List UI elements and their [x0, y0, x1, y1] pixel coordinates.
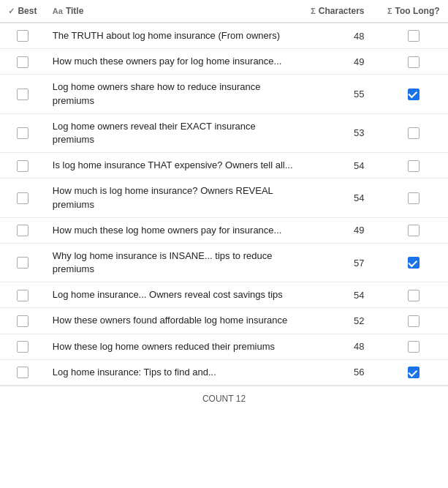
best-cell — [0, 75, 45, 113]
toolong-cell — [379, 113, 449, 152]
results-table: ✓Best AaTitle ΣCharacters ΣToo Long? The… — [0, 0, 448, 386]
title-cell: The TRUTH about log home insurance (From… — [45, 23, 301, 49]
chars-cell: 53 — [301, 113, 379, 152]
toolong-checkbox[interactable] — [408, 127, 419, 139]
aa-icon: Aa — [53, 7, 63, 15]
table-header-row: ✓Best AaTitle ΣCharacters ΣToo Long? — [0, 0, 448, 23]
best-checkbox[interactable] — [17, 30, 29, 42]
best-checkbox[interactable] — [17, 225, 29, 236]
table-row: Log home owners reveal their EXACT insur… — [0, 113, 448, 152]
title-cell: Log home insurance... Owners reveal cost… — [45, 282, 301, 308]
count-value: 12 — [236, 394, 246, 404]
best-cell — [0, 49, 45, 75]
table-row: How much these owners pay for log home i… — [0, 49, 448, 75]
main-table-container: ✓Best AaTitle ΣCharacters ΣToo Long? The… — [0, 0, 448, 411]
toolong-cell — [379, 308, 449, 334]
toolong-cell — [379, 75, 449, 113]
best-checkbox[interactable] — [17, 89, 29, 100]
toolong-checkbox[interactable] — [408, 192, 419, 204]
table-row: Why log home insurance is INSANE... tips… — [0, 243, 448, 282]
col-header-title: AaTitle — [45, 0, 301, 23]
table-row: Log home owners share how to reduce insu… — [0, 75, 448, 113]
title-cell: Log home owners share how to reduce insu… — [45, 75, 301, 113]
table-row: How these owners found affordable log ho… — [0, 308, 448, 334]
toolong-checkbox[interactable] — [408, 367, 419, 378]
best-checkbox[interactable] — [17, 192, 29, 204]
best-cell — [0, 179, 45, 217]
chars-cell: 49 — [301, 49, 379, 75]
toolong-checkbox[interactable] — [408, 257, 419, 269]
chars-cell: 48 — [301, 334, 379, 359]
toolong-checkbox[interactable] — [408, 315, 419, 327]
best-checkbox[interactable] — [17, 257, 29, 269]
best-checkbox[interactable] — [17, 341, 29, 353]
title-cell: How these log home owners reduced their … — [45, 334, 301, 359]
col-header-toolong: ΣToo Long? — [379, 0, 449, 23]
best-checkbox[interactable] — [17, 56, 29, 68]
best-cell — [0, 359, 45, 385]
checkmark-icon: ✓ — [8, 7, 15, 15]
best-cell — [0, 243, 45, 282]
table-row: How much these log home owners pay for i… — [0, 217, 448, 243]
chars-cell: 48 — [301, 23, 379, 49]
best-cell — [0, 308, 45, 334]
table-row: Log home insurance: Tips to find and...5… — [0, 359, 448, 385]
title-cell: Why log home insurance is INSANE... tips… — [45, 243, 301, 282]
toolong-checkbox[interactable] — [408, 290, 419, 301]
toolong-cell — [379, 359, 449, 385]
title-cell: How much these log home owners pay for i… — [45, 217, 301, 243]
best-cell — [0, 282, 45, 308]
best-checkbox[interactable] — [17, 315, 29, 327]
table-row: The TRUTH about log home insurance (From… — [0, 23, 448, 49]
table-row: Log home insurance... Owners reveal cost… — [0, 282, 448, 308]
table-row: How much is log home insurance? Owners R… — [0, 179, 448, 217]
chars-cell: 52 — [301, 308, 379, 334]
title-cell: How much is log home insurance? Owners R… — [45, 179, 301, 217]
table-body: The TRUTH about log home insurance (From… — [0, 23, 448, 386]
count-label: COUNT — [202, 394, 233, 404]
toolong-cell — [379, 153, 449, 179]
toolong-cell — [379, 179, 449, 217]
toolong-cell — [379, 334, 449, 359]
count-bar: COUNT 12 — [0, 386, 448, 411]
toolong-cell — [379, 282, 449, 308]
toolong-cell — [379, 23, 449, 49]
sigma-icon: Σ — [311, 7, 316, 15]
toolong-cell — [379, 217, 449, 243]
toolong-checkbox[interactable] — [408, 30, 419, 42]
chars-cell: 56 — [301, 359, 379, 385]
toolong-checkbox[interactable] — [408, 89, 419, 100]
best-cell — [0, 153, 45, 179]
title-cell: How much these owners pay for log home i… — [45, 49, 301, 75]
col-header-best: ✓Best — [0, 0, 45, 23]
best-checkbox[interactable] — [17, 367, 29, 378]
toolong-checkbox[interactable] — [408, 160, 419, 172]
table-row: How these log home owners reduced their … — [0, 334, 448, 359]
best-checkbox[interactable] — [17, 160, 29, 172]
title-cell: Log home owners reveal their EXACT insur… — [45, 113, 301, 152]
best-cell — [0, 23, 45, 49]
best-checkbox[interactable] — [17, 290, 29, 301]
title-cell: Log home insurance: Tips to find and... — [45, 359, 301, 385]
best-cell — [0, 217, 45, 243]
chars-cell: 54 — [301, 179, 379, 217]
toolong-checkbox[interactable] — [408, 56, 419, 68]
chars-cell: 57 — [301, 243, 379, 282]
sigma-icon-2: Σ — [387, 7, 392, 15]
best-cell — [0, 334, 45, 359]
best-checkbox[interactable] — [17, 127, 29, 139]
toolong-checkbox[interactable] — [408, 341, 419, 353]
table-row: Is log home insurance THAT expensive? Ow… — [0, 153, 448, 179]
chars-cell: 54 — [301, 153, 379, 179]
toolong-checkbox[interactable] — [408, 225, 419, 236]
chars-cell: 55 — [301, 75, 379, 113]
title-cell: How these owners found affordable log ho… — [45, 308, 301, 334]
title-cell: Is log home insurance THAT expensive? Ow… — [45, 153, 301, 179]
col-header-chars: ΣCharacters — [301, 0, 379, 23]
toolong-cell — [379, 243, 449, 282]
chars-cell: 54 — [301, 282, 379, 308]
chars-cell: 49 — [301, 217, 379, 243]
best-cell — [0, 113, 45, 152]
toolong-cell — [379, 49, 449, 75]
